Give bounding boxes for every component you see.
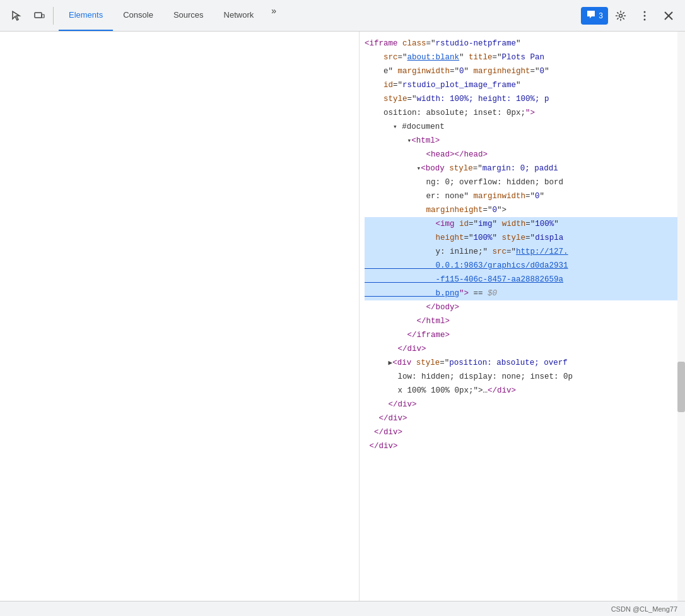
dom-line: ▾ #document <box>365 120 685 134</box>
dom-line: </iframe> <box>365 328 685 342</box>
more-options-button[interactable] <box>633 4 656 27</box>
tab-console[interactable]: Console <box>113 0 163 31</box>
svg-point-4 <box>644 15 646 16</box>
tab-network[interactable]: Network <box>214 0 264 31</box>
dom-line: </body> <box>365 300 685 314</box>
dom-line: <iframe class="rstudio-netpframe" <box>365 37 685 50</box>
dom-line: </div> <box>365 439 685 453</box>
dom-line: x 100% 100% 0px;">…</div> <box>365 384 685 398</box>
dom-line: <head></head> <box>365 148 685 162</box>
tab-elements[interactable]: Elements <box>59 0 113 31</box>
toolbar-tabs: Elements Console Sources Network » <box>59 0 284 31</box>
dom-line: ▶<div style="position: absolute; overf <box>365 356 685 370</box>
dom-line: src="about:blank" title="Plots Pan <box>365 50 685 64</box>
settings-button[interactable] <box>609 4 632 27</box>
toolbar-right: 3 <box>581 4 680 27</box>
dom-line: osition: absolute; inset: 0px;"> <box>365 106 685 120</box>
dom-line: </html> <box>365 314 685 328</box>
dom-line: marginheight="0"> <box>365 203 685 217</box>
dom-line-highlighted: y: inline;" src="http://127. <box>365 245 685 259</box>
dom-line: ng: 0; overflow: hidden; bord <box>365 175 685 189</box>
cursor-tool-button[interactable] <box>5 4 28 27</box>
more-tabs-button[interactable]: » <box>264 0 284 23</box>
svg-rect-1 <box>42 15 44 18</box>
dom-line: </div> <box>365 412 685 425</box>
chat-icon <box>586 9 596 21</box>
dom-line: </div> <box>365 398 685 412</box>
dom-line: low: hidden; display: none; inset: 0p <box>365 370 685 384</box>
dom-line: e" marginwidth="0" marginheight="0" <box>365 64 685 78</box>
dom-line: style="width: 100%; height: 100%; p <box>365 92 685 106</box>
chat-badge-button[interactable]: 3 <box>581 7 608 25</box>
scrollbar-thumb[interactable] <box>677 362 685 412</box>
scrollbar[interactable] <box>677 32 685 601</box>
dom-line-highlighted: height="100%" style="displa <box>365 231 685 245</box>
dom-line-highlighted[interactable]: <img id="img" width="100%" <box>365 217 685 231</box>
responsive-design-button[interactable] <box>28 4 50 27</box>
dom-tree: <iframe class="rstudio-netpframe" src="a… <box>360 34 685 456</box>
dom-line: er: none" marginwidth="0" <box>365 189 685 203</box>
svg-point-5 <box>644 18 646 20</box>
svg-rect-0 <box>35 13 42 18</box>
svg-point-3 <box>644 11 646 13</box>
toolbar-divider-1 <box>53 7 54 25</box>
dom-line-highlighted: -f115-406c-8457-aa28882659a <box>365 273 685 287</box>
main-area: <iframe class="rstudio-netpframe" src="a… <box>0 32 685 601</box>
dom-line: ▾<body style="margin: 0; paddi <box>365 162 685 175</box>
dom-line: </div> <box>365 342 685 356</box>
dom-line: ▾<html> <box>365 134 685 148</box>
svg-point-2 <box>619 14 623 17</box>
dom-line: </div> <box>365 425 685 439</box>
devtools-toolbar: Elements Console Sources Network » 3 <box>0 0 685 32</box>
left-panel <box>0 32 360 601</box>
status-text: CSDN @CL_Meng77 <box>611 605 677 613</box>
dom-line-highlighted: 0.0.1:9863/graphics/d0da2931 <box>365 259 685 273</box>
dom-line: id="rstudio_plot_image_frame" <box>365 78 685 92</box>
dom-panel[interactable]: <iframe class="rstudio-netpframe" src="a… <box>360 32 685 601</box>
status-bar: CSDN @CL_Meng77 <box>0 601 685 616</box>
tab-sources[interactable]: Sources <box>163 0 214 31</box>
close-devtools-button[interactable] <box>657 4 680 27</box>
dom-line-highlighted: b.png"> == $0 <box>365 287 685 300</box>
